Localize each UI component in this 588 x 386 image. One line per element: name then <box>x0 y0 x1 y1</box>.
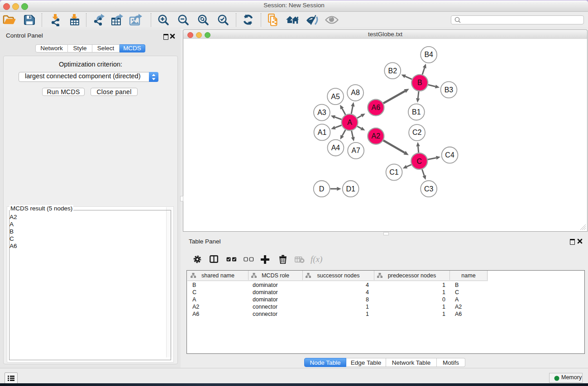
svg-text:A8: A8 <box>351 89 360 97</box>
svg-text:C3: C3 <box>424 185 434 193</box>
svg-text:C1: C1 <box>389 168 399 176</box>
svg-text:A1: A1 <box>318 129 327 136</box>
svg-text:A4: A4 <box>331 144 340 152</box>
svg-text:A2: A2 <box>372 132 381 140</box>
svg-text:A5: A5 <box>331 93 340 100</box>
svg-text:B4: B4 <box>424 51 433 58</box>
svg-text:B1: B1 <box>412 108 421 116</box>
svg-text:D1: D1 <box>346 185 355 193</box>
svg-text:A: A <box>347 119 352 126</box>
svg-text:C: C <box>416 157 422 165</box>
svg-text:B: B <box>417 79 422 86</box>
svg-text:A7: A7 <box>351 147 360 154</box>
svg-text:A3: A3 <box>317 109 326 116</box>
svg-text:C4: C4 <box>445 151 454 159</box>
svg-text:A6: A6 <box>372 104 381 111</box>
svg-text:D: D <box>319 185 325 193</box>
svg-text:B2: B2 <box>388 67 397 75</box>
svg-text:C2: C2 <box>412 129 422 137</box>
svg-text:B3: B3 <box>445 86 454 94</box>
